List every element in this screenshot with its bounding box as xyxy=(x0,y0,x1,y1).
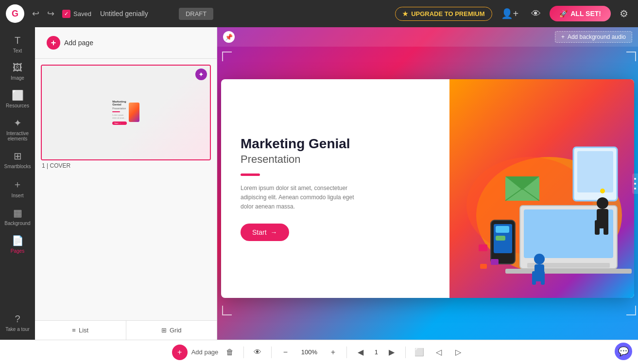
handle-dot-3 xyxy=(634,188,636,190)
svg-point-16 xyxy=(597,197,608,209)
add-page-circle-icon: + xyxy=(47,36,60,50)
pages-panel-header: + Add page xyxy=(35,27,217,59)
undo-button[interactable]: ↩ xyxy=(29,6,42,21)
chat-button[interactable]: 💬 xyxy=(615,343,632,360)
sidebar-label-insert: Insert xyxy=(11,193,23,198)
page-thumbnail[interactable]: Marketing Genial Presentation Lorem ipsu… xyxy=(41,65,211,160)
main-area: T Text 🖼 Image ⬜ Resources ✦ Interactive… xyxy=(0,27,638,340)
presentation-title-input[interactable] xyxy=(96,8,174,19)
mini-sub: Presentation xyxy=(112,107,126,110)
preview-button[interactable]: 👁 xyxy=(527,6,545,21)
sidebar-item-tour[interactable]: ? Take a tour xyxy=(2,310,33,336)
slide-title: Marketing Genial xyxy=(241,136,430,152)
svg-rect-4 xyxy=(505,269,632,274)
zoom-level-display: 100% xyxy=(297,348,321,356)
mini-start-btn: Start → xyxy=(112,121,126,125)
left-sidebar: T Text 🖼 Image ⬜ Resources ✦ Interactive… xyxy=(0,27,35,340)
start-arrow-icon: → xyxy=(271,228,277,236)
redo-button[interactable]: ↪ xyxy=(44,6,57,21)
svg-rect-26 xyxy=(480,264,487,269)
sidebar-item-text[interactable]: T Text xyxy=(2,31,33,57)
svg-rect-22 xyxy=(532,271,536,285)
smartblocks-icon: ⊞ xyxy=(14,150,22,162)
saved-indicator: ✓ Saved xyxy=(62,10,91,18)
sidebar-item-resources[interactable]: ⬜ Resources xyxy=(2,86,33,112)
upgrade-label: UPGRADE TO PREMIUM xyxy=(411,10,484,17)
add-audio-button[interactable]: + Add background audio xyxy=(555,31,632,43)
add-page-header-button[interactable]: + Add page xyxy=(43,34,97,52)
sidebar-item-interactive[interactable]: ✦ Interactive elements xyxy=(2,113,33,145)
allset-label: ALL SET! xyxy=(570,10,601,17)
corner-tl xyxy=(222,52,232,61)
pin-icon[interactable]: 📌 xyxy=(223,31,235,43)
preview-bottom-button[interactable]: 👁 xyxy=(250,345,265,360)
grid-label: Grid xyxy=(170,327,182,334)
svg-point-27 xyxy=(600,189,605,193)
saved-icon: ✓ xyxy=(62,10,70,18)
prev-page-button[interactable]: ◀ xyxy=(353,345,368,360)
sidebar-item-image[interactable]: 🖼 Image xyxy=(2,58,33,85)
svg-rect-9 xyxy=(496,236,505,241)
add-page-bottom-button[interactable]: + xyxy=(172,345,188,360)
next-page-button[interactable]: ▶ xyxy=(384,345,399,360)
grid-view-button[interactable]: ⊞ Grid xyxy=(126,321,217,340)
star-icon: ★ xyxy=(402,10,408,17)
zoom-out-button[interactable]: − xyxy=(277,345,293,360)
sidebar-item-insert[interactable]: ＋ Insert xyxy=(2,174,33,202)
sidebar-label-smartblocks: Smartblocks xyxy=(4,164,31,169)
handle-dot-1 xyxy=(634,178,636,180)
delete-page-button[interactable]: 🗑 xyxy=(222,345,238,360)
mini-illustration xyxy=(129,103,139,122)
corner-br xyxy=(626,306,636,315)
settings-button[interactable]: ⚙ xyxy=(616,6,632,21)
draft-button[interactable]: DRAFT xyxy=(179,8,213,20)
sidebar-item-pages[interactable]: 📄 Pages xyxy=(2,231,33,258)
bottom-toolbar: + Add page 🗑 👁 − 100% + ◀ 1 ▶ ⬜ ◁ ▷ 💬 xyxy=(0,340,638,364)
sidebar-label-text: Text xyxy=(13,48,22,53)
grid-icon: ⊞ xyxy=(161,327,167,334)
page-thumb-overlay-icon: ✦ xyxy=(195,69,207,80)
next-slide-view-button[interactable]: ▷ xyxy=(450,345,466,360)
insert-icon: ＋ xyxy=(13,178,22,191)
svg-rect-8 xyxy=(496,226,509,233)
allset-button[interactable]: 🚀 ALL SET! xyxy=(550,6,611,21)
corner-tr xyxy=(626,52,636,61)
svg-rect-15 xyxy=(577,151,613,192)
sidebar-item-background[interactable]: ▦ Background xyxy=(2,203,33,230)
canvas-right-handle[interactable] xyxy=(632,173,638,194)
slide-start-button[interactable]: Start → xyxy=(241,224,289,241)
mini-left: Marketing Genial Presentation Lorem ipsu… xyxy=(112,100,126,124)
image-icon: 🖼 xyxy=(13,62,22,73)
sidebar-label-pages: Pages xyxy=(11,248,24,254)
slide-subtitle: Presentation xyxy=(241,153,430,166)
slide-illustration xyxy=(452,79,632,298)
add-audio-plus-icon: + xyxy=(561,34,565,40)
svg-rect-23 xyxy=(541,271,545,285)
current-page-number: 1 xyxy=(370,348,382,356)
add-collaborator-button[interactable]: 👤+ xyxy=(497,6,523,21)
canvas-area: 📌 + Add background audio Marketing Genia… xyxy=(217,27,638,340)
sidebar-label-interactive: Interactive elements xyxy=(4,131,31,141)
prev-slide-view-button[interactable]: ◁ xyxy=(431,345,447,360)
saved-label: Saved xyxy=(73,10,91,17)
pages-panel: + Add page Marketing Genial Presentation… xyxy=(35,27,217,340)
slide-content: Marketing Genial Presentation Lorem ipsu… xyxy=(221,79,634,298)
mini-title: Marketing Genial xyxy=(112,100,126,106)
add-page-bottom-label: Add page xyxy=(191,348,219,356)
svg-rect-24 xyxy=(479,244,487,251)
upgrade-button[interactable]: ★ UPGRADE TO PREMIUM xyxy=(395,7,492,21)
canvas-top-bar: 📌 + Add background audio xyxy=(217,27,638,47)
list-view-button[interactable]: ≡ List xyxy=(35,321,126,340)
zoom-in-button[interactable]: + xyxy=(325,345,341,360)
pages-icon: 📄 xyxy=(12,235,24,246)
sidebar-item-smartblocks[interactable]: ⊞ Smartblocks xyxy=(2,146,33,173)
sidebar-label-image: Image xyxy=(11,75,24,81)
list-icon: ≡ xyxy=(72,327,76,334)
tour-icon: ? xyxy=(15,313,20,325)
page-navigation: ◀ 1 ▶ xyxy=(353,345,399,360)
slide-body: Lorem ipsum dolor sit amet, consectetuer… xyxy=(241,184,367,212)
aspect-ratio-button[interactable]: ⬜ xyxy=(412,345,427,360)
svg-point-20 xyxy=(534,254,545,264)
sidebar-label-background: Background xyxy=(4,221,30,226)
mini-body: Lorem ipsum dolor sit amet... xyxy=(112,114,126,119)
